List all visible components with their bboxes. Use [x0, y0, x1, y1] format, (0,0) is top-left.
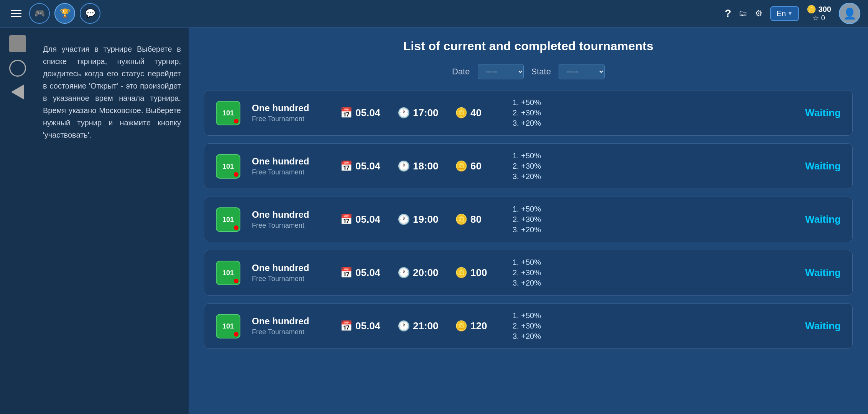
tournament-time-block: 🕐 17:00	[398, 107, 444, 119]
tournament-icon-label: 101	[222, 216, 234, 223]
clock-icon: 🕐	[398, 214, 410, 225]
prize-1: 1. +50%	[513, 205, 566, 214]
filter-row: Date ----- State -----	[204, 64, 853, 79]
tournament-prizes-block: 1. +50% 2. +30% 3. +20%	[513, 258, 566, 288]
chat-nav-button[interactable]: 💬	[80, 3, 100, 24]
star-icon: ☆	[813, 14, 819, 22]
language-selector[interactable]: En ▼	[770, 6, 799, 21]
sidebar-back-icon[interactable]	[11, 84, 24, 100]
tournament-coins: 100	[470, 267, 487, 279]
prize-2: 2. +30%	[513, 268, 566, 277]
prize-1: 1. +50%	[513, 311, 566, 320]
tournament-list: 101 One hundred Free Tournament 📅 05.04 …	[204, 90, 853, 349]
coin-icon: 🪙	[807, 5, 816, 14]
instruction-panel: Для участия в турнире Выберете в списке …	[35, 28, 189, 414]
tournament-date: 05.04	[355, 214, 380, 225]
coin-value: 300	[819, 5, 831, 14]
coins-icon: 🪙	[455, 267, 467, 279]
clock-icon: 🕐	[398, 107, 410, 119]
panel-title: List of current and completed tournament…	[204, 39, 853, 53]
tournament-icon-dot	[234, 172, 238, 177]
date-filter-label: Date	[452, 67, 470, 77]
tournament-icon-label: 101	[222, 323, 234, 330]
topbar: 🎮 🏆 💬 ? 🗂 ⚙ En ▼ 🪙 300 ☆ 0	[0, 0, 868, 28]
calendar-icon: 📅	[340, 320, 352, 332]
tournament-status-block: Waiting	[805, 107, 841, 119]
prize-2: 2. +30%	[513, 322, 566, 330]
tournament-icon-dot	[234, 279, 238, 283]
state-filter-select[interactable]: -----	[559, 64, 605, 79]
tournament-subtitle: Free Tournament	[252, 115, 329, 123]
tournament-icon-label: 101	[222, 110, 234, 117]
tournament-icon-label: 101	[222, 269, 234, 276]
calendar-icon: 📅	[340, 267, 352, 279]
tournament-icon: 101	[216, 314, 240, 338]
tournament-panel: List of current and completed tournament…	[189, 28, 868, 414]
tournament-time: 18:00	[413, 160, 439, 172]
tournament-date: 05.04	[355, 320, 380, 332]
tournament-status-block: Waiting	[805, 214, 841, 225]
tournament-coins: 80	[470, 214, 482, 225]
tournament-time: 17:00	[413, 107, 439, 119]
coins-icon: 🪙	[455, 160, 467, 172]
gamepad-nav-button[interactable]: 🎮	[29, 3, 50, 24]
coin-display: 🪙 300 ☆ 0	[807, 5, 831, 22]
calendar-icon: 📅	[340, 214, 352, 225]
prize-3: 3. +20%	[513, 279, 566, 288]
coins-icon: 🪙	[455, 214, 467, 225]
tournament-name: One hundred	[252, 156, 329, 167]
hamburger-menu-button[interactable]	[8, 5, 25, 22]
tournament-date: 05.04	[355, 107, 380, 119]
avatar[interactable]: 👤	[839, 3, 860, 24]
prize-3: 3. +20%	[513, 119, 566, 128]
tournament-coins-block: 🪙 40	[455, 107, 501, 119]
wallet-button[interactable]: 🗂	[739, 8, 747, 18]
tournament-coins: 120	[470, 320, 487, 332]
prize-2: 2. +30%	[513, 108, 566, 117]
tournament-coins-block: 🪙 60	[455, 160, 501, 172]
clock-icon: 🕐	[398, 320, 410, 332]
settings-icon: ⚙	[755, 8, 763, 18]
star-row: ☆ 0	[813, 14, 825, 22]
tournament-time: 21:00	[413, 320, 439, 332]
tournament-name: One hundred	[252, 263, 329, 273]
tournament-icon: 101	[216, 261, 240, 285]
tournament-subtitle: Free Tournament	[252, 222, 329, 230]
sidebar-square-icon	[9, 35, 26, 52]
tournament-card[interactable]: 101 One hundred Free Tournament 📅 05.04 …	[204, 303, 853, 349]
settings-button[interactable]: ⚙	[755, 8, 763, 18]
tournament-subtitle: Free Tournament	[252, 275, 329, 283]
tournament-time-block: 🕐 18:00	[398, 160, 444, 172]
tournament-icon: 101	[216, 101, 240, 125]
trophy-nav-button[interactable]: 🏆	[54, 3, 75, 24]
language-label: En	[776, 9, 786, 18]
tournament-coins-block: 🪙 120	[455, 320, 501, 332]
tournament-time-block: 🕐 20:00	[398, 267, 444, 279]
tournament-card[interactable]: 101 One hundred Free Tournament 📅 05.04 …	[204, 143, 853, 189]
tournament-status: Waiting	[805, 160, 841, 172]
tournament-prizes-block: 1. +50% 2. +30% 3. +20%	[513, 151, 566, 181]
date-filter-select[interactable]: -----	[478, 64, 524, 79]
tournament-name-block: One hundred Free Tournament	[252, 103, 329, 123]
chevron-down-icon: ▼	[787, 10, 793, 16]
help-button[interactable]: ?	[725, 7, 731, 20]
prize-1: 1. +50%	[513, 258, 566, 267]
hamburger-line-3	[11, 16, 21, 17]
tournament-time: 19:00	[413, 214, 439, 225]
trophy-icon: 🏆	[60, 8, 70, 18]
tournament-date-block: 📅 05.04	[340, 214, 386, 225]
state-filter-label: State	[531, 67, 551, 77]
tournament-name: One hundred	[252, 103, 329, 113]
tournament-card[interactable]: 101 One hundred Free Tournament 📅 05.04 …	[204, 250, 853, 296]
tournament-icon: 101	[216, 154, 240, 179]
coins-icon: 🪙	[455, 320, 467, 332]
tournament-coins-block: 🪙 100	[455, 267, 501, 279]
tournament-date-block: 📅 05.04	[340, 320, 386, 332]
tournament-icon-label: 101	[222, 163, 234, 170]
tournament-prizes-block: 1. +50% 2. +30% 3. +20%	[513, 98, 566, 128]
tournament-date: 05.04	[355, 160, 380, 172]
tournament-card[interactable]: 101 One hundred Free Tournament 📅 05.04 …	[204, 90, 853, 136]
tournament-card[interactable]: 101 One hundred Free Tournament 📅 05.04 …	[204, 197, 853, 242]
calendar-icon: 📅	[340, 107, 352, 119]
left-sidebar	[0, 28, 35, 414]
